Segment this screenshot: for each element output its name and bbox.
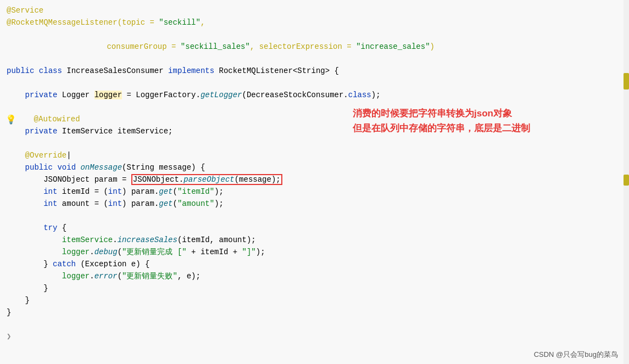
code-line-16 (7, 210, 618, 222)
code-line-21: logger.error("更新销量失败", e); (7, 270, 618, 282)
line-11-content: @Override (7, 149, 618, 161)
code-line-6: private Logger logger = LoggerFactory.ge… (7, 89, 618, 101)
footer-text: CSDN @只会写bug的菜鸟 (534, 350, 618, 359)
line-23-content: } (7, 294, 618, 306)
line-21-content: logger.error("更新销量失败", e); (7, 270, 618, 282)
code-line-17: try { (7, 222, 618, 234)
line-9-content: private ItemService itemService; (7, 125, 618, 137)
line-5-content (7, 77, 618, 89)
line-19-content: logger.debug("更新销量完成 [" + itemId + "]"); (7, 246, 618, 258)
line-4-content: public class IncreaseSalesConsumer imple… (7, 65, 618, 77)
code-line-12: public void onMessage(String message) { (7, 161, 618, 173)
code-line-22: } (7, 282, 618, 294)
code-line-1: @Service (7, 4, 618, 16)
line-25-content (7, 318, 618, 331)
scrollbar[interactable] (624, 0, 629, 364)
code-container: @Service @RocketMQMessageListener(topic … (0, 0, 629, 364)
code-area: @Service @RocketMQMessageListener(topic … (0, 4, 629, 343)
line-8-content: @Autowired (7, 113, 618, 125)
code-line-20: } catch (Exception e) { (7, 258, 618, 270)
line-1-content: @Service (7, 4, 618, 16)
footer: CSDN @只会写bug的菜鸟 (534, 350, 618, 360)
line-3-content: consumerGroup = "seckill_sales", selecto… (7, 29, 618, 65)
line-15-content: int amount = (int) param.get("amount"); (7, 198, 618, 210)
line-10-content (7, 137, 618, 149)
code-line-15: int amount = (int) param.get("amount"); (7, 198, 618, 210)
line-12-content: public void onMessage(String message) { (7, 161, 618, 173)
code-line-25 (7, 318, 618, 331)
line-13-content: JSONObject param = JSONObject.parseObjec… (7, 173, 618, 186)
code-line-26: ❯ (7, 331, 618, 343)
line-26-content: ❯ (7, 331, 618, 343)
line-2-content: @RocketMQMessageListener(topic = "seckil… (7, 16, 618, 29)
scrollbar-thumb-1[interactable] (624, 73, 629, 89)
code-line-23: } (7, 294, 618, 306)
code-line-9: private ItemService itemService; (7, 125, 618, 137)
line-17-content: try { (7, 222, 618, 234)
code-line-14: int itemId = (int) param.get("itemId"); (7, 186, 618, 198)
code-line-5 (7, 77, 618, 89)
line-16-content (7, 210, 618, 222)
line-6-content: private Logger logger = LoggerFactory.ge… (7, 89, 618, 101)
line-14-content: int itemId = (int) param.get("itemId"); (7, 186, 618, 198)
code-line-10 (7, 137, 618, 149)
line-20-content: } catch (Exception e) { (7, 258, 618, 270)
code-line-18: itemService.increaseSales(itemId, amount… (7, 234, 618, 246)
code-line-7 (7, 101, 618, 113)
line-7-content (7, 101, 618, 113)
code-line-2: @RocketMQMessageListener(topic = "seckil… (7, 16, 618, 29)
code-line-3: consumerGroup = "seckill_sales", selecto… (7, 29, 618, 65)
line-24-content: } (7, 306, 618, 318)
code-line-19: logger.debug("更新销量完成 [" + itemId + "]"); (7, 246, 618, 258)
code-line-24: } (7, 306, 618, 318)
code-line-11: @Override (7, 149, 618, 161)
scrollbar-thumb-2[interactable] (624, 175, 629, 186)
code-line-13: JSONObject param = JSONObject.parseObjec… (7, 173, 618, 186)
code-line-4: public class IncreaseSalesConsumer imple… (7, 65, 618, 77)
line-22-content: } (7, 282, 618, 294)
line-18-content: itemService.increaseSales(itemId, amount… (7, 234, 618, 246)
code-line-8: 💡 @Autowired (7, 113, 618, 125)
